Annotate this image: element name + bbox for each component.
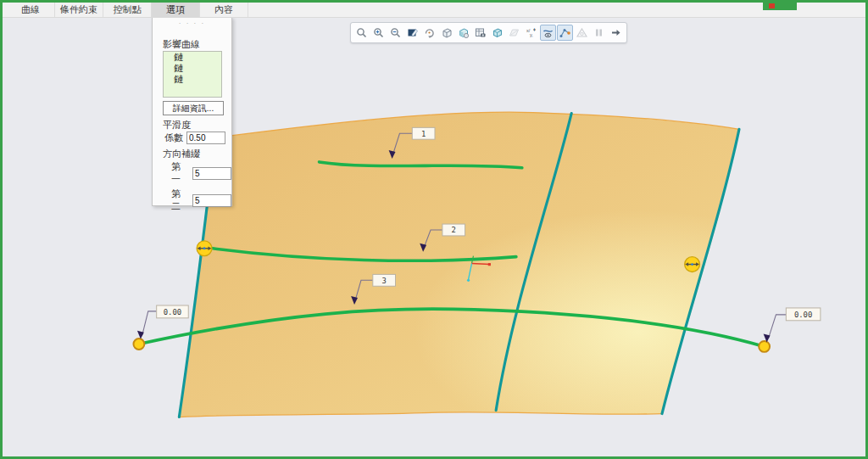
zoom-in-icon[interactable] xyxy=(370,25,387,41)
svg-text:y,: y, xyxy=(530,32,533,37)
offset-label-left[interactable]: 0.00 xyxy=(157,305,189,318)
point-display-icon[interactable] xyxy=(557,25,573,41)
panel-drag-handle[interactable]: · · · · xyxy=(153,20,231,27)
direction-patch-label: 方向補綴 xyxy=(163,148,231,159)
svg-text:2: 2 xyxy=(452,226,456,234)
list-item-chain[interactable]: 鏈 xyxy=(164,52,221,63)
graphics-toolbar: x/y, xyxy=(350,22,627,43)
spin-center-icon[interactable] xyxy=(421,25,437,41)
svg-text:1: 1 xyxy=(421,130,426,138)
smoothness-label: 平滑度 xyxy=(163,120,231,130)
view-orientation-icon[interactable] xyxy=(455,25,471,41)
svg-text:0.00: 0.00 xyxy=(794,311,812,319)
svg-text:0.00: 0.00 xyxy=(164,308,181,316)
offset-label-right[interactable]: 0.00 xyxy=(786,308,821,321)
app-window: 1 2 3 0.00 0.00 曲線 條件 xyxy=(0,0,868,459)
tab-properties[interactable]: 內容 xyxy=(200,3,248,17)
display-style-icon[interactable] xyxy=(489,25,505,41)
tab-control-points[interactable]: 控制點 xyxy=(103,3,152,17)
curve-label-2[interactable]: 2 xyxy=(442,224,465,236)
curve-label-3[interactable]: 3 xyxy=(373,274,396,286)
exit-icon[interactable] xyxy=(608,25,624,41)
options-panel: · · · · 影響曲線 鏈 鏈 鏈 詳細資訊... 平滑度 係數 方向補綴 第… xyxy=(152,17,232,206)
details-button[interactable]: 詳細資訊... xyxy=(163,101,224,115)
influence-curves-label: 影響曲線 xyxy=(163,39,231,49)
dashboard-tabbar: 曲線 條件約束 控制點 選項 內容 xyxy=(3,3,865,18)
close-icon xyxy=(769,3,775,8)
surface-highlight xyxy=(179,112,739,417)
repaint-icon[interactable] xyxy=(404,25,420,41)
graphics-area[interactable]: 1 2 3 0.00 0.00 xyxy=(3,3,865,456)
zoom-window-icon[interactable] xyxy=(353,25,370,41)
first-direction-label: 第一 xyxy=(171,160,189,186)
influence-curve-list[interactable]: 鏈 鏈 鏈 xyxy=(163,51,222,98)
tab-constraints[interactable]: 條件約束 xyxy=(55,3,103,17)
curve-label-1[interactable]: 1 xyxy=(412,127,435,139)
first-direction-input[interactable] xyxy=(192,167,231,180)
window-edge-fragment xyxy=(763,3,797,10)
tab-options[interactable]: 選項 xyxy=(152,3,200,17)
curve-endpoint-right[interactable] xyxy=(759,341,770,352)
factor-input[interactable] xyxy=(186,132,225,144)
list-item-chain[interactable]: 鏈 xyxy=(164,74,221,85)
slider-handle-right[interactable] xyxy=(685,257,700,272)
slider-handle-left[interactable] xyxy=(197,241,212,256)
svg-text:3: 3 xyxy=(381,277,386,285)
leader-line-offset-left xyxy=(142,311,157,335)
curve-endpoint-left[interactable] xyxy=(133,339,144,350)
zoom-out-icon[interactable] xyxy=(387,25,403,41)
perspective-icon[interactable] xyxy=(574,25,590,41)
view-manager-icon[interactable] xyxy=(472,25,488,41)
leader-line-offset-right xyxy=(769,315,787,339)
curvature-display-icon[interactable] xyxy=(540,25,556,41)
plane-display-icon[interactable] xyxy=(506,25,522,41)
factor-label: 係數 xyxy=(164,132,183,144)
second-direction-label: 第二 xyxy=(171,188,189,213)
list-item-chain[interactable]: 鏈 xyxy=(164,63,221,74)
pause-icon[interactable] xyxy=(591,25,607,41)
second-direction-input[interactable] xyxy=(192,194,231,207)
named-views-icon[interactable] xyxy=(438,25,454,41)
datum-display-icon[interactable]: x/y, xyxy=(523,25,539,41)
tab-curve[interactable]: 曲線 xyxy=(7,3,55,17)
